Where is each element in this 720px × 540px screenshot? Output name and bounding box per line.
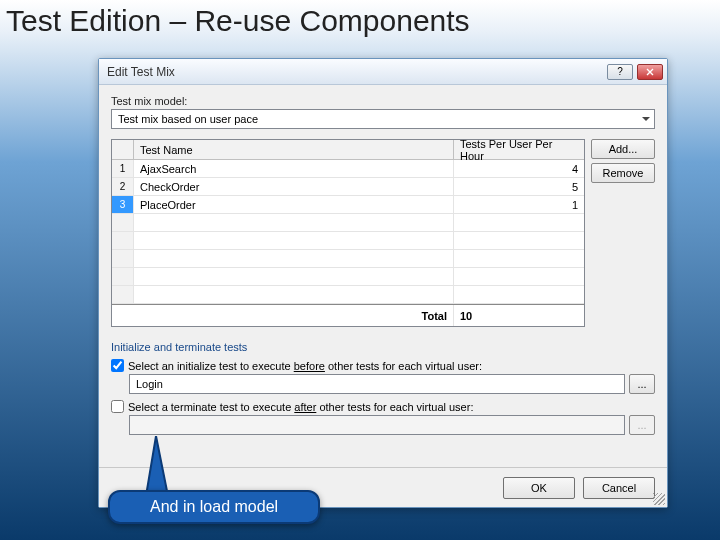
- terminate-checkbox[interactable]: [111, 400, 124, 413]
- row-test-value: 1: [454, 196, 584, 213]
- row-test-name: PlaceOrder: [134, 196, 454, 213]
- add-button[interactable]: Add...: [591, 139, 655, 159]
- table-row-empty: .: [112, 232, 584, 250]
- terminate-check-row: Select a terminate test to execute after…: [111, 400, 655, 413]
- annotation-callout: And in load model: [108, 490, 320, 524]
- window-title: Edit Test Mix: [107, 65, 175, 79]
- mix-row: Test Name Tests Per User Per Hour 1 Ajax…: [111, 139, 655, 327]
- grid-total-row: Total 10: [112, 304, 584, 326]
- row-test-name: AjaxSearch: [134, 160, 454, 177]
- grid-header: Test Name Tests Per User Per Hour: [112, 140, 584, 160]
- grid-side-buttons: Add... Remove: [591, 139, 655, 327]
- table-row[interactable]: 3 PlaceOrder 1: [112, 196, 584, 214]
- row-test-value: 5: [454, 178, 584, 195]
- initialize-label: Select an initialize test to execute bef…: [128, 360, 482, 372]
- terminate-input-row: ...: [129, 415, 655, 435]
- test-grid-area: Test Name Tests Per User Per Hour 1 Ajax…: [111, 139, 585, 327]
- row-test-value: 4: [454, 160, 584, 177]
- dialog-body: Test mix model: Test mix based on user p…: [99, 85, 667, 467]
- grid-total-value: 10: [454, 305, 584, 326]
- close-button[interactable]: [637, 64, 663, 80]
- cancel-button[interactable]: Cancel: [583, 477, 655, 499]
- row-number: 1: [112, 160, 134, 177]
- dropdown-value: Test mix based on user pace: [118, 113, 258, 125]
- row-test-name: CheckOrder: [134, 178, 454, 195]
- callout-tail: [138, 436, 178, 496]
- slide-title: Test Edition – Re-use Components: [6, 4, 470, 38]
- ok-button[interactable]: OK: [503, 477, 575, 499]
- initialize-test-input[interactable]: Login: [129, 374, 625, 394]
- table-row[interactable]: 2 CheckOrder 5: [112, 178, 584, 196]
- remove-button[interactable]: Remove: [591, 163, 655, 183]
- slide: Test Edition – Re-use Components Edit Te…: [0, 0, 720, 540]
- initialize-checkbox[interactable]: [111, 359, 124, 372]
- resize-grip-icon[interactable]: [653, 493, 665, 505]
- table-row-empty: .: [112, 214, 584, 232]
- table-row-empty: .: [112, 268, 584, 286]
- row-number: 2: [112, 178, 134, 195]
- terminate-browse-button: ...: [629, 415, 655, 435]
- terminate-test-input: [129, 415, 625, 435]
- test-mix-model-label: Test mix model:: [111, 95, 655, 107]
- titlebar-buttons: ?: [607, 64, 663, 80]
- table-row-empty: .: [112, 286, 584, 304]
- grid-total-label: Total: [112, 305, 454, 326]
- test-grid[interactable]: Test Name Tests Per User Per Hour 1 Ajax…: [111, 139, 585, 327]
- initialize-input-row: Login ...: [129, 374, 655, 394]
- initialize-browse-button[interactable]: ...: [629, 374, 655, 394]
- grid-header-tests: Tests Per User Per Hour: [454, 140, 584, 159]
- test-mix-model-dropdown[interactable]: Test mix based on user pace: [111, 109, 655, 129]
- terminate-label: Select a terminate test to execute after…: [128, 401, 473, 413]
- table-row-empty: .: [112, 250, 584, 268]
- init-terminate-section-label: Initialize and terminate tests: [111, 341, 655, 353]
- initialize-test-value: Login: [136, 378, 163, 390]
- close-icon: [646, 68, 654, 76]
- grid-header-rownum: [112, 140, 134, 159]
- grid-header-name: Test Name: [134, 140, 454, 159]
- help-button[interactable]: ?: [607, 64, 633, 80]
- initialize-check-row: Select an initialize test to execute bef…: [111, 359, 655, 372]
- row-number: 3: [112, 196, 134, 213]
- titlebar: Edit Test Mix ?: [99, 59, 667, 85]
- table-row[interactable]: 1 AjaxSearch 4: [112, 160, 584, 178]
- edit-test-mix-dialog: Edit Test Mix ? Test mix model: Test mix…: [98, 58, 668, 508]
